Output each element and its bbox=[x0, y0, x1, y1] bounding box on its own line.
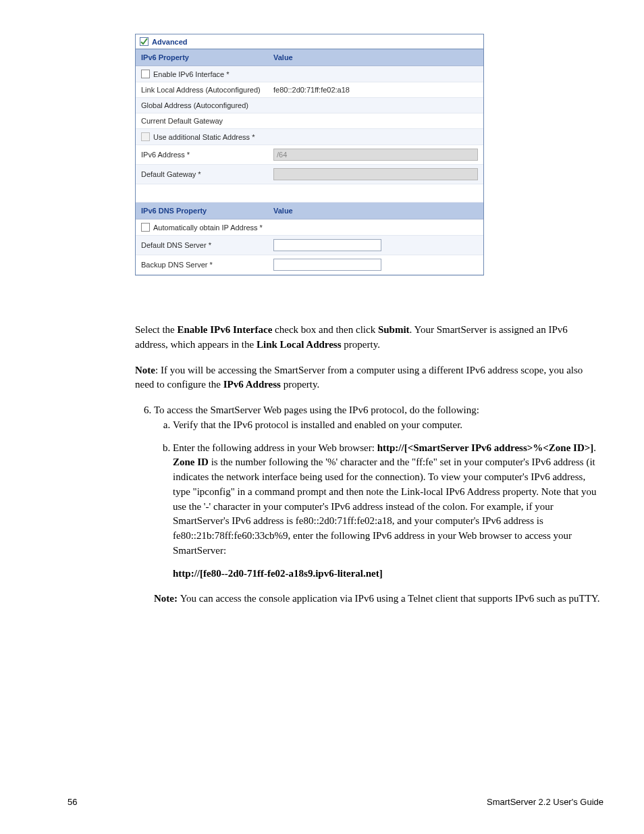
bak-dns-input[interactable] bbox=[273, 259, 381, 271]
auto-ip-label: Automatically obtain IP Address * bbox=[153, 224, 263, 232]
cur-gateway-value bbox=[268, 113, 483, 129]
advanced-panel: Advanced IPv6 Property Value Enable IPv6… bbox=[135, 34, 484, 276]
bak-dns-label: Backup DNS Server * bbox=[136, 255, 268, 275]
step-6: To access the SmartServer Web pages usin… bbox=[154, 403, 601, 581]
col-ipv6-property: IPv6 Property bbox=[136, 49, 268, 66]
auto-ip-checkbox[interactable] bbox=[141, 223, 150, 232]
body-text: Select the Enable IPv6 Interface check b… bbox=[135, 323, 601, 606]
def-gateway-label: Default Gateway * bbox=[136, 165, 268, 184]
panel-header: Advanced bbox=[136, 34, 483, 49]
link-local-label: Link Local Address (Autoconfigured) bbox=[136, 82, 268, 98]
page-footer: 56 SmartServer 2.2 User's Guide bbox=[68, 797, 603, 807]
doc-title: SmartServer 2.2 User's Guide bbox=[487, 797, 603, 807]
global-addr-label: Global Address (Autoconfigured) bbox=[136, 98, 268, 113]
paragraph-note: Note: If you will be accessing the Smart… bbox=[135, 363, 601, 393]
def-dns-label: Default DNS Server * bbox=[136, 236, 268, 255]
enable-ipv6-checkbox[interactable] bbox=[141, 70, 150, 78]
ipv6-addr-value-cell bbox=[268, 145, 483, 165]
paragraph-note-2: Note: You can access the console applica… bbox=[154, 592, 601, 606]
paragraph-1: Select the Enable IPv6 Interface check b… bbox=[135, 323, 601, 353]
advanced-checkbox[interactable] bbox=[140, 37, 149, 46]
col-ipv6-dns-property: IPv6 DNS Property bbox=[136, 203, 268, 219]
substep-b: Enter the following address in your Web … bbox=[173, 441, 601, 581]
bak-dns-value-cell bbox=[268, 255, 483, 275]
panel-title: Advanced bbox=[152, 38, 188, 46]
enable-ipv6-value bbox=[268, 66, 483, 82]
use-static-checkbox[interactable] bbox=[141, 132, 150, 141]
page-number: 56 bbox=[68, 797, 77, 807]
col-value: Value bbox=[268, 49, 483, 66]
use-static-label: Use additional Static Address * bbox=[153, 133, 254, 141]
def-gateway-input[interactable] bbox=[273, 168, 478, 180]
auto-ip-value bbox=[268, 219, 483, 236]
substep-a: Verify that the IPv6 protocol is install… bbox=[173, 418, 601, 433]
col-dns-value: Value bbox=[268, 203, 483, 219]
use-static-row: Use additional Static Address * bbox=[136, 129, 268, 145]
ipv6-property-table: IPv6 Property Value Enable IPv6 Interfac… bbox=[136, 49, 483, 275]
auto-ip-row: Automatically obtain IP Address * bbox=[136, 219, 268, 236]
ipv6-addr-input[interactable] bbox=[273, 149, 478, 161]
link-local-value: fe80::2d0:71ff:fe02:a18 bbox=[268, 82, 483, 98]
row-enable-ipv6: Enable IPv6 Interface * bbox=[136, 66, 268, 82]
ipv6-addr-label: IPv6 Address * bbox=[136, 145, 268, 165]
substeps: Verify that the IPv6 protocol is install… bbox=[154, 418, 601, 581]
def-dns-input[interactable] bbox=[273, 239, 381, 251]
example-address: http://[fe80--2d0-71ff-fe02-a18s9.ipv6-l… bbox=[173, 567, 601, 581]
def-gateway-value-cell bbox=[268, 165, 483, 184]
enable-ipv6-label: Enable IPv6 Interface * bbox=[153, 70, 230, 78]
cur-gateway-label: Current Default Gateway bbox=[136, 113, 268, 129]
def-dns-value-cell bbox=[268, 236, 483, 255]
global-addr-value bbox=[268, 98, 483, 113]
step-list: To access the SmartServer Web pages usin… bbox=[135, 403, 601, 581]
use-static-value bbox=[268, 129, 483, 145]
